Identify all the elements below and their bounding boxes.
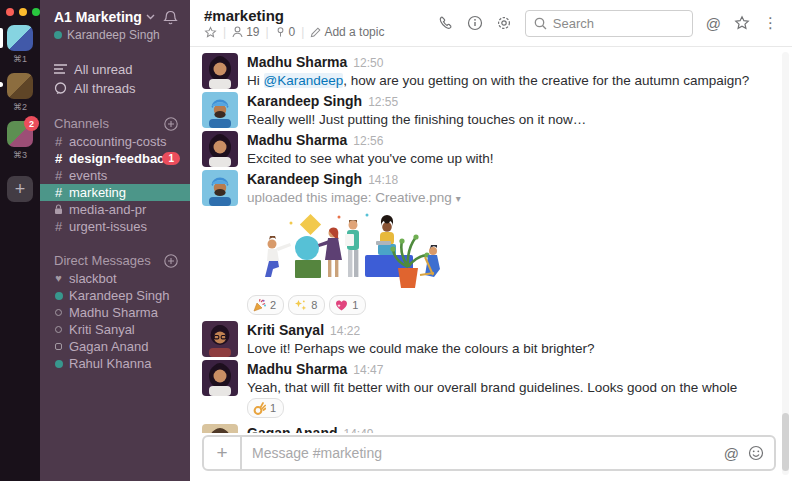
channel-item-marketing[interactable]: # marketing — [40, 184, 190, 201]
workspace-icon-2[interactable] — [7, 73, 33, 99]
workspace-icon-3[interactable]: 2 — [7, 121, 33, 147]
hash-icon: # — [54, 151, 63, 166]
message-text: Really well! Just putting the finishing … — [247, 111, 586, 128]
author-name[interactable]: Madhu Sharma — [247, 132, 347, 148]
add-topic-label: Add a topic — [324, 25, 384, 39]
workspace-item-3: 2 ⌘3 — [0, 121, 40, 160]
dm-item-rahul-khanna[interactable]: Rahul Khanna — [40, 355, 190, 372]
presence-online-icon — [54, 31, 62, 39]
message-input[interactable] — [242, 445, 724, 461]
divider: | — [223, 25, 226, 39]
message: Kriti Sanyal14:22 Love it! Perhaps we co… — [202, 321, 776, 357]
channel-header: #marketing | 19 | 0 | — [190, 0, 792, 47]
author-name[interactable]: Kriti Sanyal — [247, 322, 324, 338]
reaction-party-popper[interactable]: 2 — [247, 295, 284, 315]
member-count: 19 — [246, 25, 259, 39]
dm-name: slackbot — [69, 271, 117, 286]
hash-icon: # — [54, 185, 63, 200]
dm-name: Madhu Sharma — [69, 305, 158, 320]
reactions-row: 2 8 1 — [247, 295, 461, 315]
more-options-icon[interactable]: ⋮ — [763, 14, 778, 32]
close-window-button[interactable] — [6, 8, 14, 16]
starred-items-icon[interactable] — [734, 15, 750, 31]
notifications-bell-icon[interactable] — [163, 10, 178, 26]
composer-mention-icon[interactable]: @ — [724, 445, 739, 462]
timestamp: 12:50 — [353, 56, 383, 70]
timestamp: 12:55 — [368, 95, 398, 109]
avatar-madhu-sharma[interactable] — [202, 360, 238, 396]
message-text: Yeah, that will fit better with our over… — [247, 379, 737, 396]
settings-gear-icon[interactable] — [496, 15, 512, 31]
dm-item-slackbot[interactable]: ♥ slackbot — [40, 270, 190, 287]
dm-item-kriti-sanyal[interactable]: Kriti Sanyal — [40, 321, 190, 338]
scrollbar-thumb[interactable] — [782, 413, 789, 471]
slackbot-heart-icon: ♥ — [54, 273, 63, 284]
sparkles-icon — [294, 299, 307, 312]
author-name[interactable]: Madhu Sharma — [247, 361, 347, 377]
search-input[interactable] — [553, 16, 673, 31]
author-name[interactable]: Gagan Anand — [247, 425, 338, 433]
mention-link[interactable]: @Karandeep — [264, 73, 344, 88]
avatar-madhu-sharma[interactable] — [202, 53, 238, 89]
dm-name: Kriti Sanyal — [69, 322, 135, 337]
channel-item-design-feedback[interactable]: # design-feedback 1 — [40, 150, 190, 167]
dm-item-madhu-sharma[interactable]: Madhu Sharma — [40, 304, 190, 321]
avatar-karandeep-singh[interactable] — [202, 92, 238, 128]
channel-item-media-and-pr[interactable]: media-and-pr — [40, 201, 190, 218]
avatar-kriti-sanyal[interactable] — [202, 321, 238, 357]
workspace-menu-button[interactable]: A1 Marketing — [54, 9, 155, 25]
add-channel-icon[interactable] — [164, 117, 178, 131]
hash-icon: # — [54, 168, 63, 183]
sidebar-item-all-unread[interactable]: All unread — [40, 60, 190, 79]
scrollbar-track[interactable] — [782, 52, 789, 475]
sidebar-item-all-threads[interactable]: All threads — [40, 79, 190, 98]
minimize-window-button[interactable] — [19, 8, 27, 16]
call-icon[interactable] — [438, 15, 454, 31]
info-icon[interactable] — [467, 15, 483, 31]
emoji-picker-icon[interactable] — [748, 445, 764, 461]
dm-item-gagan-anand[interactable]: Gagan Anand — [40, 338, 190, 355]
sidebar-item-label: All unread — [74, 62, 133, 77]
search-box[interactable] — [525, 10, 693, 37]
channel-item-accounting-costs[interactable]: # accounting-costs — [40, 133, 190, 150]
member-count-button[interactable]: 19 — [232, 25, 259, 39]
attach-file-button[interactable]: + — [204, 437, 242, 469]
author-name[interactable]: Karandeep Singh — [247, 171, 362, 187]
avatar-gagan-anand[interactable] — [202, 424, 238, 433]
add-dm-icon[interactable] — [164, 254, 178, 268]
add-topic-button[interactable]: Add a topic — [310, 25, 384, 39]
image-attachment-creative-png[interactable] — [247, 211, 443, 291]
reaction-sparkling-heart[interactable]: 1 — [329, 295, 366, 315]
avatar-madhu-sharma[interactable] — [202, 131, 238, 167]
reaction-sparkles[interactable]: 8 — [288, 295, 325, 315]
workspace-icon-1[interactable] — [7, 25, 33, 51]
current-user-menu[interactable]: Karandeep Singh — [54, 28, 180, 42]
pinned-items-button[interactable]: 0 — [275, 25, 296, 39]
message: Madhu Sharma12:56 Excited to see what yo… — [202, 131, 776, 167]
zoom-window-button[interactable] — [32, 8, 40, 16]
timestamp: 12:56 — [353, 134, 383, 148]
hash-icon: # — [54, 219, 63, 234]
add-workspace-button[interactable]: + — [7, 176, 33, 202]
workspace-item-2: ⌘2 — [0, 73, 40, 112]
dm-item-karandeep-singh[interactable]: Karandeep Singh — [40, 287, 190, 304]
star-channel-button[interactable] — [204, 26, 217, 39]
channel-item-events[interactable]: # events — [40, 167, 190, 184]
author-name[interactable]: Madhu Sharma — [247, 54, 347, 70]
message-text: Love it! Perhaps we could make the colou… — [247, 340, 594, 357]
timestamp: 14:47 — [353, 363, 383, 377]
file-menu-caret-icon[interactable]: ▾ — [456, 193, 461, 204]
channel-name: design-feedback — [69, 151, 172, 166]
party-popper-icon — [253, 299, 266, 312]
workspace-item-1: ⌘1 — [0, 25, 40, 64]
channel-item-urgent-issues[interactable]: # urgent-issues — [40, 218, 190, 235]
members-icon — [232, 26, 243, 38]
author-name[interactable]: Karandeep Singh — [247, 93, 362, 109]
avatar-karandeep-singh[interactable] — [202, 170, 238, 206]
search-icon — [534, 17, 547, 30]
reaction-ok-hand[interactable]: 1 — [247, 398, 284, 418]
reactions-row: 1 — [247, 398, 737, 418]
mentions-icon[interactable]: @ — [706, 15, 721, 32]
reaction-count: 8 — [311, 299, 317, 311]
ok-hand-icon — [253, 402, 266, 415]
